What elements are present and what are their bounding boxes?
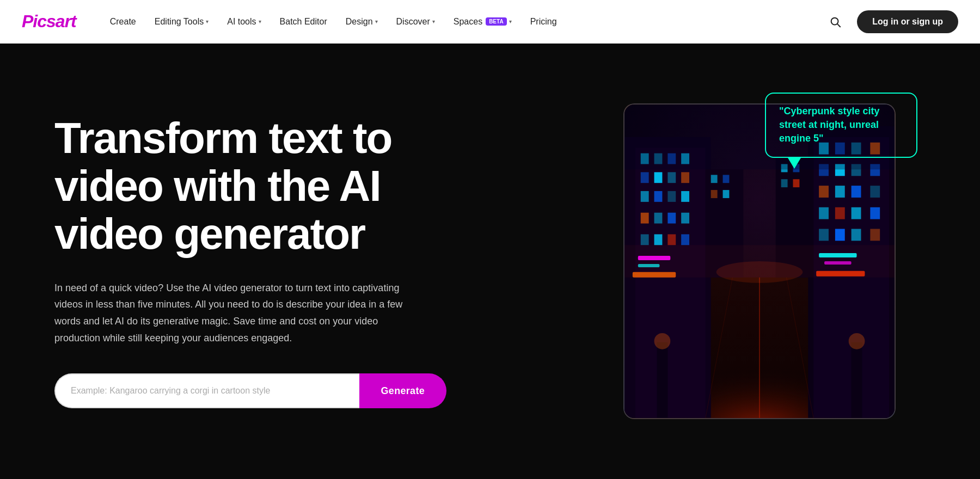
svg-line-1: [837, 24, 840, 27]
nav-discover[interactable]: Discover ▾: [389, 13, 443, 31]
speech-bubble: "Cyberpunk style city street at night, u…: [765, 93, 917, 158]
svg-rect-21: [667, 213, 676, 224]
svg-rect-49: [835, 229, 845, 241]
chevron-down-icon: ▾: [509, 19, 512, 24]
svg-rect-40: [819, 186, 829, 198]
chevron-down-icon: ▾: [206, 19, 209, 24]
svg-rect-24: [654, 234, 663, 245]
svg-rect-60: [723, 190, 730, 198]
hero-input-row: Generate: [54, 373, 446, 408]
svg-rect-46: [852, 207, 861, 219]
navbar: Picsart Create Editing Tools ▾ AI tools …: [0, 0, 980, 44]
hero-left: Transform text to video with the AI vide…: [0, 82, 539, 441]
chevron-down-icon: ▾: [375, 19, 378, 24]
nav-design[interactable]: Design ▾: [338, 13, 385, 31]
svg-rect-50: [852, 229, 861, 241]
svg-rect-63: [781, 179, 788, 187]
hero-title: Transform text to video with the AI vide…: [54, 114, 495, 258]
nav-right: Log in or sign up: [824, 10, 958, 33]
svg-rect-13: [667, 172, 676, 183]
svg-rect-20: [654, 213, 663, 224]
nav-spaces[interactable]: Spaces BETA ▾: [446, 13, 519, 31]
beta-badge: BETA: [486, 17, 506, 26]
chevron-down-icon: ▾: [432, 19, 435, 24]
nav-links: Create Editing Tools ▾ AI tools ▾ Batch …: [102, 13, 825, 31]
nav-editing-tools[interactable]: Editing Tools ▾: [147, 13, 216, 31]
svg-rect-25: [667, 234, 676, 245]
svg-rect-22: [681, 213, 689, 224]
svg-point-75: [716, 261, 803, 283]
svg-rect-12: [654, 172, 663, 183]
svg-rect-26: [681, 234, 689, 245]
nav-ai-tools[interactable]: AI tools ▾: [219, 13, 268, 31]
login-button[interactable]: Log in or sign up: [857, 10, 958, 33]
hero-section: Transform text to video with the AI vide…: [0, 44, 980, 479]
search-button[interactable]: [824, 11, 846, 33]
svg-rect-15: [641, 191, 649, 202]
speech-bubble-text: "Cyberpunk style city street at night, u…: [779, 106, 880, 144]
picsart-logo[interactable]: Picsart: [22, 11, 76, 32]
search-icon: [829, 16, 841, 28]
generate-button[interactable]: Generate: [359, 373, 446, 408]
nav-pricing[interactable]: Pricing: [523, 13, 565, 31]
svg-rect-17: [667, 191, 676, 202]
svg-rect-57: [711, 175, 718, 183]
svg-rect-51: [870, 229, 880, 241]
svg-rect-11: [641, 172, 649, 183]
svg-rect-71: [657, 342, 668, 418]
svg-rect-42: [852, 186, 861, 198]
nav-create[interactable]: Create: [102, 13, 144, 31]
svg-rect-23: [641, 234, 649, 245]
chevron-down-icon: ▾: [259, 19, 261, 24]
svg-rect-14: [681, 172, 689, 183]
svg-rect-43: [870, 186, 880, 198]
svg-rect-41: [835, 186, 845, 198]
svg-rect-6: [635, 148, 706, 418]
svg-rect-19: [641, 213, 649, 224]
svg-rect-64: [793, 179, 800, 187]
svg-point-74: [849, 333, 865, 349]
svg-rect-48: [819, 229, 829, 241]
svg-rect-72: [852, 342, 862, 418]
svg-rect-45: [835, 207, 845, 219]
svg-rect-58: [723, 175, 730, 183]
svg-rect-16: [654, 191, 663, 202]
prompt-input[interactable]: [54, 373, 359, 408]
svg-rect-44: [819, 207, 829, 219]
hero-subtitle: In need of a quick video? Use the AI vid…: [54, 280, 425, 346]
nav-batch-editor[interactable]: Batch Editor: [272, 13, 335, 31]
svg-rect-18: [681, 191, 689, 202]
svg-point-73: [654, 333, 671, 349]
svg-rect-47: [870, 207, 880, 219]
hero-right: "Cyberpunk style city street at night, u…: [539, 44, 980, 479]
svg-rect-59: [711, 190, 718, 198]
